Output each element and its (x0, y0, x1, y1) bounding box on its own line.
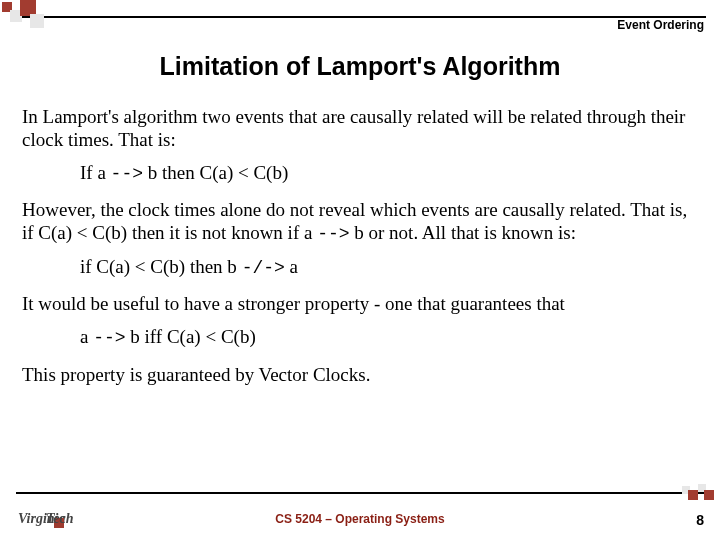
section-header: Event Ordering (617, 18, 704, 32)
arrow-icon: --> (317, 224, 349, 244)
slide-body: In Lamport's algorithm two events that a… (22, 106, 698, 394)
deco-square-icon (2, 2, 12, 12)
paragraph-useful: It would be useful to have a stronger pr… (22, 293, 698, 316)
not-arrow-icon: -/-> (242, 258, 285, 278)
formula-line-2: if C(a) < C(b) then b -/-> a (80, 256, 698, 280)
text-fragment: b then C(a) < C(b) (143, 162, 288, 183)
arrow-icon: --> (111, 164, 143, 184)
paragraph-intro: In Lamport's algorithm two events that a… (22, 106, 698, 152)
page-number: 8 (696, 512, 704, 528)
deco-square-icon (682, 486, 690, 494)
paragraph-conclusion: This property is guaranteed by Vector Cl… (22, 364, 698, 387)
course-footer: CS 5204 – Operating Systems (0, 512, 720, 526)
arrow-icon: --> (93, 328, 125, 348)
bottom-decoration (0, 486, 720, 500)
text-fragment: if C(a) < C(b) then b (80, 256, 242, 277)
deco-square-icon (20, 0, 36, 16)
slide-footer: Virginia Tech CS 5204 – Operating System… (0, 506, 720, 530)
text-fragment: b or not. All that is known is: (350, 222, 576, 243)
top-decoration (0, 0, 720, 40)
slide-title: Limitation of Lamport's Algorithm (0, 52, 720, 81)
text-fragment: a (285, 256, 298, 277)
deco-square-icon (698, 484, 706, 492)
top-rule (16, 16, 706, 18)
paragraph-however: However, the clock times alone do not re… (22, 199, 698, 245)
text-fragment: If a (80, 162, 111, 183)
formula-line-1: If a --> b then C(a) < C(b) (80, 162, 698, 186)
text-fragment: b iff C(a) < C(b) (126, 326, 256, 347)
deco-square-icon (704, 490, 714, 500)
deco-square-icon (688, 490, 698, 500)
slide: Event Ordering Limitation of Lamport's A… (0, 0, 720, 540)
deco-square-icon (10, 10, 22, 22)
deco-square-icon (30, 14, 44, 28)
text-fragment: a (80, 326, 93, 347)
formula-line-3: a --> b iff C(a) < C(b) (80, 326, 698, 350)
bottom-rule (16, 492, 706, 494)
